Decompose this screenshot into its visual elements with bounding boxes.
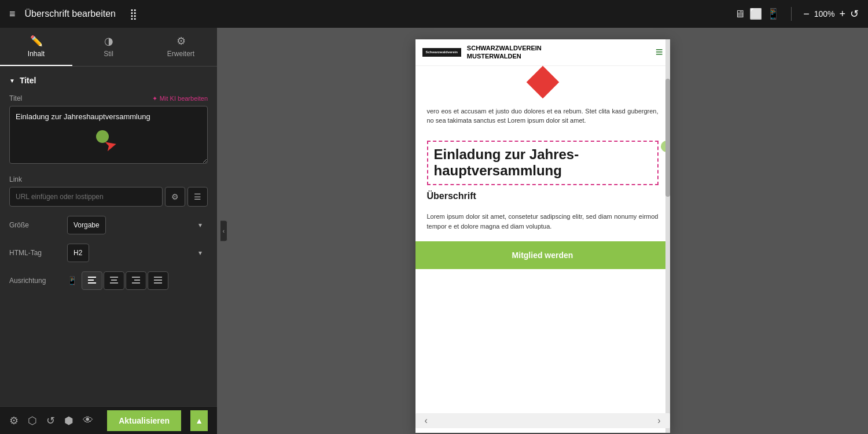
- svg-rect-9: [154, 277, 162, 278]
- alignment-field-row: Ausrichtung 📱: [9, 271, 208, 290]
- settings-bottom-icon[interactable]: ⚙: [9, 414, 19, 427]
- layers-icon[interactable]: ⬡: [28, 414, 37, 427]
- main-layout: ✏️ Inhalt ◑ Stil ⚙ Erweitert ▼ Titel: [0, 28, 868, 434]
- grid-icon[interactable]: ⣿: [130, 8, 137, 20]
- preview-site-name: SCHWARZWALDVEREIN MUSTERWALDEN: [467, 44, 656, 61]
- website-preview: Schwarzwaldverein SCHWARZWALDVEREIN MUST…: [415, 39, 670, 433]
- top-bar: ≡ Überschrift bearbeiten ⣿ 🖥 ⬜ 📱 − 100% …: [0, 0, 868, 28]
- section-toggle[interactable]: ▼: [9, 78, 15, 84]
- url-input-group: ⚙ ☰: [9, 187, 208, 207]
- alignment-device-icon: 📱: [67, 276, 77, 285]
- preview-icon[interactable]: 👁: [83, 414, 93, 426]
- preview-menu-icon[interactable]: ≡: [656, 45, 663, 60]
- align-justify-button[interactable]: [148, 271, 168, 290]
- tab-stil-label: Stil: [104, 50, 113, 58]
- html-tag-select-wrapper: H1 H2 H3 H4 H5 H6 p div: [67, 244, 208, 262]
- align-center-button[interactable]: [104, 271, 124, 290]
- svg-rect-4: [111, 279, 117, 281]
- svg-rect-5: [110, 282, 118, 284]
- preview-subheading: Überschrift: [427, 191, 659, 201]
- svg-rect-8: [132, 282, 140, 284]
- tablet-icon[interactable]: ⬜: [749, 8, 762, 20]
- size-select[interactable]: Vorgabe Klein Mittel Groß: [67, 216, 106, 234]
- page-title: Überschrift bearbeiten: [25, 9, 116, 19]
- html-tag-field-row: HTML-Tag H1 H2 H3 H4 H5 H6 p div: [9, 244, 208, 262]
- red-diamond-shape: [526, 65, 559, 98]
- device-icons: 🖥 ⬜ 📱: [734, 8, 779, 20]
- alignment-label: Ausrichtung: [9, 277, 67, 285]
- tab-stil[interactable]: ◑ Stil: [72, 28, 145, 66]
- update-button[interactable]: Aktualisieren: [107, 410, 181, 431]
- zoom-out-button[interactable]: −: [803, 8, 810, 20]
- mobile-icon[interactable]: 📱: [767, 8, 779, 20]
- expand-button[interactable]: ▲: [190, 410, 208, 431]
- style-icon: ◑: [104, 35, 113, 47]
- tab-erweitert-label: Erweitert: [167, 50, 194, 58]
- zoom-reset-button[interactable]: ↺: [850, 8, 859, 20]
- link-field-group: Link ⚙ ☰: [9, 175, 208, 207]
- svg-rect-2: [88, 282, 96, 284]
- next-arrow[interactable]: ›: [657, 415, 660, 426]
- tab-inhalt[interactable]: ✏️ Inhalt: [0, 28, 72, 66]
- preview-main-heading: Einladung zur Jahres­hauptversammlung: [427, 141, 659, 186]
- prev-arrow[interactable]: ‹: [425, 415, 428, 426]
- divider: [791, 7, 792, 21]
- preview-nav-arrows: ‹ ›: [415, 413, 670, 428]
- preview-nav: Schwarzwaldverein SCHWARZWALDVEREIN MUST…: [415, 39, 670, 66]
- preview-heading-wrapper: Einladung zur Jahres­hauptversammlung: [415, 141, 670, 186]
- tab-inhalt-label: Inhalt: [28, 50, 45, 58]
- desktop-icon[interactable]: 🖥: [734, 8, 745, 20]
- url-settings-button[interactable]: ⚙: [165, 187, 185, 207]
- svg-rect-0: [88, 277, 96, 278]
- preview-scrollbar-thumb: [665, 79, 670, 197]
- sidebar: ✏️ Inhalt ◑ Stil ⚙ Erweitert ▼ Titel: [0, 28, 217, 434]
- size-select-wrapper: Vorgabe Klein Mittel Groß: [67, 216, 208, 234]
- svg-rect-3: [110, 277, 118, 278]
- zoom-in-button[interactable]: +: [839, 8, 845, 20]
- zoom-controls: − 100% + ↺: [803, 8, 859, 20]
- preview-scrollbar[interactable]: [665, 39, 670, 433]
- url-list-button[interactable]: ☰: [187, 187, 208, 207]
- preview-area: Schwarzwaldverein SCHWARZWALDVEREIN MUST…: [217, 28, 868, 434]
- size-field-row: Größe Vorgabe Klein Mittel Groß: [9, 216, 208, 234]
- size-label: Größe: [9, 221, 67, 229]
- title-field-group: Titel ✦ Mit KI bearbeiten Einladung zur …: [9, 94, 208, 166]
- html-tag-select[interactable]: H1 H2 H3 H4 H5 H6 p div: [67, 244, 89, 262]
- section-title: Titel: [20, 76, 36, 85]
- preview-body-text-1: vero eos et accusam et justo duo dolores…: [415, 101, 670, 131]
- preview-body-text-2: Lorem ipsum dolor sit amet, consetetur s…: [415, 206, 670, 237]
- section-header: ▼ Titel: [9, 76, 208, 85]
- bottom-bar: ⚙ ⬡ ↺ ⬢ 👁 Aktualisieren ▲: [0, 406, 217, 434]
- url-input[interactable]: [9, 187, 163, 207]
- tab-erweitert[interactable]: ⚙ Erweitert: [145, 28, 217, 66]
- preview-logo: Schwarzwaldverein: [422, 48, 461, 57]
- sidebar-content: ▼ Titel Titel ✦ Mit KI bearbeiten Einlad…: [0, 67, 217, 434]
- ai-sparkle-icon: ✦: [152, 95, 157, 102]
- zoom-level: 100%: [814, 9, 835, 19]
- settings-icon: ⚙: [176, 35, 186, 47]
- collapse-sidebar-button[interactable]: ‹: [220, 220, 227, 242]
- svg-rect-6: [132, 277, 140, 278]
- edit-icon: ✏️: [30, 35, 43, 47]
- svg-rect-1: [88, 279, 94, 281]
- alignment-buttons: [82, 271, 168, 290]
- hamburger-icon[interactable]: ≡: [9, 8, 16, 20]
- align-right-button[interactable]: [126, 271, 146, 290]
- ai-edit-button[interactable]: ✦ Mit KI bearbeiten: [152, 95, 208, 102]
- link-label: Link: [9, 175, 22, 183]
- html-tag-label: HTML-Tag: [9, 249, 67, 257]
- history-icon[interactable]: ↺: [46, 414, 55, 427]
- title-field-label: Titel ✦ Mit KI bearbeiten: [9, 94, 208, 102]
- align-left-button[interactable]: [82, 271, 102, 290]
- templates-icon[interactable]: ⬢: [64, 414, 73, 427]
- preview-cta-button[interactable]: Mitglied werden: [415, 241, 670, 269]
- sidebar-tabs: ✏️ Inhalt ◑ Stil ⚙ Erweitert: [0, 28, 217, 67]
- svg-rect-7: [134, 279, 140, 281]
- svg-rect-11: [154, 282, 162, 284]
- ai-edit-label: Mit KI bearbeiten: [160, 95, 208, 102]
- title-textarea[interactable]: Einladung zur Jahres­hauptversammlung: [9, 106, 208, 164]
- svg-rect-10: [154, 279, 162, 281]
